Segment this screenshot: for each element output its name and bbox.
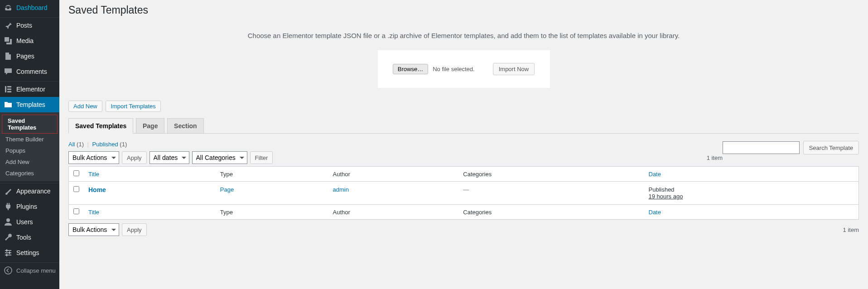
template-tabs: Saved Templates Page Section [68,118,859,134]
intro-text: Choose an Elementor template JSON file o… [68,32,859,39]
admin-sidebar: Dashboard Posts Media Pages Comments Ele… [0,0,59,245]
categories-select[interactable]: All Categories [192,151,247,164]
sidebar-item-elementor[interactable]: Elementor [0,82,59,97]
dates-select[interactable]: All dates [149,151,189,164]
import-templates-button[interactable]: Import Templates [106,101,160,112]
svg-rect-1 [7,86,11,87]
bulk-actions-select-bottom[interactable]: Bulk Actions [68,223,119,236]
svg-rect-2 [7,89,11,90]
col-author-foot: Author [328,204,458,219]
col-title-foot[interactable]: Title [88,209,99,216]
tablenav-top: Bulk Actions Apply All dates All Categor… [68,151,723,164]
filter-button[interactable]: Filter [250,151,273,164]
import-box: Browse… No file selected. Import Now [378,50,550,88]
col-categories-foot: Categories [458,204,644,219]
item-count-bottom: 1 item [843,226,859,233]
select-all-top[interactable] [73,170,79,176]
sidebar-item-users[interactable]: Users [0,214,59,230]
submenu-saved-templates[interactable]: Saved Templates [0,115,59,134]
tablenav-bottom: Bulk Actions Apply 1 item [68,223,859,236]
search-bar: Search Template [723,141,859,154]
item-count-top: 1 item [707,154,723,161]
row-date-status: Published [649,186,675,193]
sidebar-item-dashboard[interactable]: Dashboard [0,0,59,15]
brush-icon [4,187,13,196]
sidebar-item-media[interactable]: Media [0,33,59,48]
sidebar-submenu-templates: Saved Templates Theme Builder Popups Add… [0,112,59,181]
import-now-button[interactable]: Import Now [493,63,535,75]
templates-table: Title Type Author Categories Date Home P… [68,166,859,220]
sidebar-item-templates[interactable]: Templates [0,97,59,112]
svg-rect-3 [7,91,11,92]
svg-rect-0 [5,86,6,92]
user-icon [4,217,13,226]
col-author: Author [328,167,458,182]
row-categories: — [463,186,469,193]
search-button[interactable]: Search Template [803,141,859,154]
main-content: Saved Templates Choose an Elementor temp… [59,0,868,245]
sidebar-item-posts[interactable]: Posts [0,18,59,33]
sidebar-item-pages[interactable]: Pages [0,48,59,64]
sidebar-item-tools[interactable]: Tools [0,230,59,245]
tab-saved-templates[interactable]: Saved Templates [68,118,133,134]
submenu-add-new[interactable]: Add New [0,156,59,168]
col-date[interactable]: Date [649,171,661,178]
row-date-ago: 19 hours ago [649,193,683,200]
dashboard-icon [4,3,13,12]
pin-icon [4,21,13,30]
folder-icon [4,100,13,109]
row-author-link[interactable]: admin [333,186,348,193]
submenu-categories[interactable]: Categories [0,168,59,179]
filter-all[interactable]: All [68,141,75,148]
add-new-button[interactable]: Add New [68,101,102,112]
apply-button-bottom[interactable]: Apply [122,223,147,236]
wrench-icon [4,233,13,242]
sidebar-label-comments: Comments [16,68,47,75]
sidebar-label-posts: Posts [16,22,32,29]
row-checkbox[interactable] [73,186,79,192]
filter-published[interactable]: Published [92,141,118,148]
svg-point-4 [6,218,10,222]
filter-published-count: (1) [120,141,127,148]
browse-button[interactable]: Browse… [393,64,428,74]
sidebar-item-comments[interactable]: Comments [0,64,59,79]
tab-section[interactable]: Section [167,118,204,134]
sidebar-label-media: Media [16,37,34,44]
sidebar-label-users: Users [16,218,33,226]
sidebar-label-elementor: Elementor [16,86,45,93]
col-type-foot: Type [216,204,328,219]
row-title-link[interactable]: Home [88,186,106,193]
search-input[interactable] [723,141,800,154]
top-action-buttons: Add New Import Templates [68,101,859,112]
row-type-link[interactable]: Page [220,186,234,193]
select-all-bottom[interactable] [73,208,79,214]
col-title[interactable]: Title [88,171,99,178]
sidebar-label-plugins: Plugins [16,203,37,210]
sidebar-label-templates: Templates [16,101,45,108]
submenu-theme-builder[interactable]: Theme Builder [0,134,59,145]
sidebar-label-pages: Pages [16,53,34,60]
tab-page[interactable]: Page [136,118,164,134]
bulk-actions-select-top[interactable]: Bulk Actions [68,151,119,164]
no-file-label: No file selected. [433,66,475,72]
table-row: Home Page admin — Published19 hours ago [69,182,858,204]
media-icon [4,36,13,45]
sidebar-item-plugins[interactable]: Plugins [0,199,59,214]
apply-button-top[interactable]: Apply [122,151,147,164]
sidebar-label-dashboard: Dashboard [16,4,48,11]
sidebar-label-appearance: Appearance [16,188,51,195]
comment-icon [4,67,13,76]
col-type: Type [216,167,328,182]
plug-icon [4,202,13,211]
filter-all-count: (1) [77,141,84,148]
submenu-popups[interactable]: Popups [0,145,59,156]
col-categories: Categories [458,167,644,182]
sidebar-label-tools: Tools [16,234,31,241]
page-title: Saved Templates [68,0,859,24]
elementor-icon [4,85,13,94]
sidebar-item-appearance[interactable]: Appearance [0,183,59,199]
page-icon [4,52,13,61]
col-date-foot[interactable]: Date [649,209,661,216]
